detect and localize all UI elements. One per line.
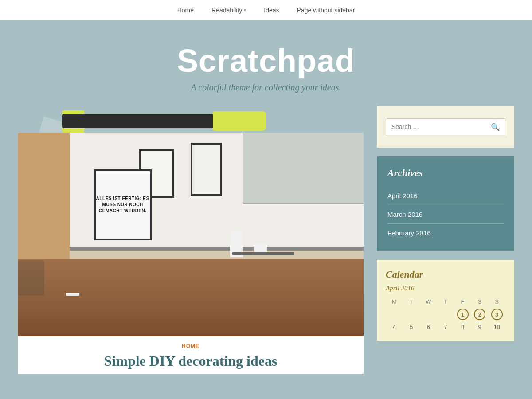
- wood-table: [18, 259, 364, 336]
- archive-item-march[interactable]: March 2016: [387, 205, 504, 223]
- cal-day-8[interactable]: 8: [454, 322, 471, 332]
- archive-list: April 2016 March 2016 February 2016: [387, 187, 504, 242]
- archive-item-april[interactable]: April 2016: [387, 187, 504, 205]
- cal-day-1[interactable]: 1: [454, 307, 471, 322]
- archive-link-february[interactable]: February 2016: [387, 229, 431, 237]
- post-meta: HOME Simple DIY decorating ideas: [18, 336, 364, 374]
- calendar-grid: M T W T F S S 1: [386, 297, 505, 332]
- marker-cap: [213, 111, 266, 131]
- nav-home[interactable]: Home: [177, 7, 194, 14]
- cal-day-9[interactable]: 9: [471, 322, 489, 332]
- sign-box: ALLES IST FERTIG: ES MUSS NUR NOCH GEMAC…: [94, 169, 152, 240]
- cal-header-t1: T: [403, 297, 420, 307]
- cal-header-t2: T: [437, 297, 454, 307]
- cal-day-2[interactable]: 2: [471, 307, 489, 322]
- laptop: [232, 252, 294, 255]
- nav-readability[interactable]: Readability ▾: [211, 7, 246, 14]
- search-input[interactable]: [386, 119, 485, 135]
- post-category: HOME: [27, 343, 355, 349]
- cabinet-top: [243, 133, 364, 204]
- cal-day-3[interactable]: 3: [488, 307, 505, 322]
- cal-day-10[interactable]: 10: [488, 322, 505, 332]
- marker-body: [62, 114, 213, 128]
- cal-header-f: F: [454, 297, 471, 307]
- site-tagline: A colorful theme for collecting your ide…: [9, 82, 523, 93]
- cal-header-m: M: [386, 297, 403, 307]
- cal-day-4[interactable]: 4: [386, 322, 403, 332]
- wall-frame-2: [191, 143, 222, 196]
- cal-day-empty-3: [420, 307, 437, 322]
- archives-title: Archives: [387, 167, 504, 179]
- calendar-month: April 2016: [386, 285, 505, 292]
- content-layout: ALLES IST FERTIG: ES MUSS NUR NOCH GEMAC…: [0, 106, 532, 374]
- nav-ideas[interactable]: Ideas: [264, 7, 279, 14]
- post-featured-image: ALLES IST FERTIG: ES MUSS NUR NOCH GEMAC…: [18, 133, 364, 336]
- cal-header-s2: S: [488, 297, 505, 307]
- main-nav: Home Readability ▾ Ideas Page without si…: [0, 0, 532, 20]
- search-form: 🔍: [386, 118, 505, 135]
- marker: [62, 110, 253, 133]
- archive-link-april[interactable]: April 2016: [387, 192, 418, 200]
- cal-row-1: 1 2 3: [386, 307, 505, 322]
- site-title: Scratchpad: [9, 43, 523, 79]
- cal-row-2: 4 5 6 7 8 9 10: [386, 322, 505, 332]
- cal-day-5[interactable]: 5: [403, 322, 420, 332]
- calendar-title: Calendar: [386, 269, 505, 280]
- search-icon: 🔍: [491, 123, 500, 131]
- archives-widget: Archives April 2016 March 2016 February …: [377, 156, 514, 251]
- cal-day-6[interactable]: 6: [420, 322, 437, 332]
- sidebar: 🔍 Archives April 2016 March 2016 Februar…: [377, 106, 514, 374]
- hero-section: Scratchpad A colorful theme for collecti…: [0, 20, 532, 106]
- cal-day-7[interactable]: 7: [437, 322, 454, 332]
- archive-item-february[interactable]: February 2016: [387, 223, 504, 242]
- chair: [66, 293, 79, 296]
- bike: [18, 260, 44, 296]
- search-button[interactable]: 🔍: [485, 119, 505, 135]
- cal-day-empty-2: [403, 307, 420, 322]
- cal-header-s1: S: [471, 297, 489, 307]
- archive-link-march[interactable]: March 2016: [387, 211, 422, 218]
- chevron-down-icon: ▾: [244, 8, 246, 12]
- calendar-widget: Calendar April 2016 M T W T F S S: [377, 260, 514, 341]
- cal-day-empty-1: [386, 307, 403, 322]
- nav-page-without-sidebar[interactable]: Page without sidebar: [297, 7, 355, 14]
- cal-day-empty-4: [437, 307, 454, 322]
- post-title: Simple DIY decorating ideas: [27, 353, 355, 369]
- cal-header-w: W: [420, 297, 437, 307]
- main-content: ALLES IST FERTIG: ES MUSS NUR NOCH GEMAC…: [18, 106, 364, 374]
- search-widget: 🔍: [377, 106, 514, 148]
